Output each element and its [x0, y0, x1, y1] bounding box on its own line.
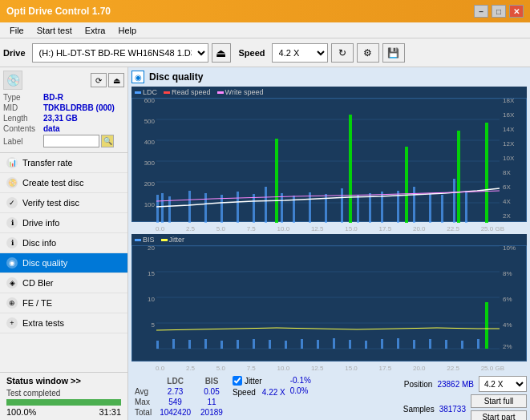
jitter-avg: -0.1% — [290, 376, 311, 385]
svg-rect-69 — [253, 339, 255, 349]
disc-length-row: Length 23,31 GB — [3, 114, 124, 123]
avg-label: Avg — [131, 386, 155, 397]
legend-bis: BIS — [135, 236, 155, 244]
jitter-checkbox[interactable] — [233, 376, 242, 386]
svg-text:600: 600 — [144, 99, 156, 104]
samples-label: Samples — [403, 405, 435, 414]
svg-rect-75 — [349, 340, 351, 349]
avg-bis: 0.05 — [196, 386, 228, 397]
nav-items: 📊 Transfer rate 📀 Create test disc ✓ Ver… — [0, 153, 127, 372]
disc-info-icon: ℹ — [6, 237, 18, 248]
status-text: Test completed — [6, 389, 60, 398]
sidebar-item-create-test-disc[interactable]: 📀 Create test disc — [0, 173, 127, 193]
fe-te-icon: ⊕ — [6, 297, 18, 309]
disc-label-btn[interactable]: 🔍 — [101, 135, 114, 147]
svg-rect-78 — [397, 338, 399, 349]
maximize-button[interactable]: □ — [492, 5, 506, 18]
start-part-button[interactable]: Start part — [471, 410, 527, 420]
svg-rect-73 — [317, 340, 319, 349]
ldc-label: LDC — [143, 88, 157, 96]
disc-type-value: BD-R — [43, 93, 63, 102]
sidebar-item-label: Disc info — [22, 238, 56, 248]
status-window-label[interactable]: Status window >> — [6, 376, 121, 386]
menu-file[interactable]: File — [3, 24, 30, 37]
svg-text:8%: 8% — [503, 270, 512, 277]
max-label: Max — [131, 397, 155, 407]
svg-text:500: 500 — [144, 118, 156, 125]
menu-start-test[interactable]: Start test — [30, 24, 79, 37]
speed-select[interactable]: 4.2 X — [272, 43, 328, 63]
toolbar: Drive (H:) HL-DT-ST BD-RE WH16NS48 1.D3 … — [0, 38, 530, 67]
svg-rect-28 — [253, 194, 255, 223]
svg-rect-84 — [485, 302, 488, 349]
drive-select[interactable]: (H:) HL-DT-ST BD-RE WH16NS48 1.D3 — [32, 43, 208, 63]
sidebar-item-transfer-rate[interactable]: 📊 Transfer rate — [0, 153, 127, 173]
svg-rect-47 — [457, 131, 460, 223]
disc-length-value: 23,31 GB — [43, 114, 78, 123]
refresh-button[interactable]: ↻ — [331, 43, 354, 63]
svg-rect-27 — [237, 192, 239, 223]
svg-text:2X: 2X — [503, 212, 511, 220]
svg-text:14X: 14X — [503, 126, 515, 133]
sidebar-item-disc-info[interactable]: ℹ Disc info — [0, 233, 127, 253]
menu-help[interactable]: Help — [111, 24, 143, 37]
menu-extra[interactable]: Extra — [79, 24, 112, 37]
write-speed-color — [217, 91, 224, 94]
right-stats: Position 23862 MB 4.2 X Samples 381733 S… — [403, 376, 527, 420]
close-button[interactable]: ✕ — [509, 5, 524, 18]
sidebar-item-cd-bler[interactable]: ◈ CD Bler — [0, 273, 127, 293]
settings-button[interactable]: ⚙ — [357, 43, 379, 63]
jitter-max: 0.0% — [290, 386, 309, 395]
sidebar-item-disc-quality[interactable]: ◉ Disc quality — [0, 253, 127, 273]
sidebar-item-drive-info[interactable]: ℹ Drive info — [0, 213, 127, 233]
speed-row: Speed 4.22 X — [233, 388, 285, 397]
stats-table: LDC BIS Avg 2.73 0.05 Max 549 11 Total — [131, 376, 228, 418]
jitter-legend-label: Jitter — [169, 236, 185, 244]
svg-rect-80 — [429, 339, 431, 349]
sidebar-item-fe-te[interactable]: ⊕ FE / TE — [0, 293, 127, 313]
disc-label-label: Label — [3, 137, 43, 146]
sidebar-item-label: Verify test disc — [22, 198, 79, 208]
content-area: ◉ Disc quality LDC Read speed Write spee… — [128, 67, 530, 420]
svg-rect-76 — [365, 341, 367, 349]
svg-text:4%: 4% — [503, 321, 512, 329]
speed-select-stats[interactable]: 4.2 X — [479, 376, 527, 392]
legend-jitter: Jitter — [161, 236, 185, 244]
verify-test-disc-icon: ✓ — [6, 197, 18, 208]
svg-rect-32 — [309, 192, 311, 223]
disc-label-input[interactable] — [43, 135, 99, 147]
disc-action-btn2[interactable]: ⏏ — [108, 73, 124, 87]
bis-label: BIS — [143, 236, 155, 244]
eject-button[interactable]: ⏏ — [212, 43, 231, 63]
app-title: Opti Drive Control 1.70 — [6, 6, 474, 17]
start-full-button[interactable]: Start full — [471, 394, 527, 408]
sidebar-item-label: FE / TE — [22, 298, 52, 308]
disc-mid-value: TDKBLDRBB (000) — [43, 103, 115, 112]
disc-contents-row: Contents data — [3, 124, 124, 133]
svg-rect-65 — [188, 340, 191, 349]
legend-ldc: LDC — [135, 88, 157, 96]
bottom-chart: 20 15 10 5 10% 8% 6% 4% 2% — [131, 245, 527, 361]
window-controls: – □ ✕ — [474, 5, 524, 18]
status-window[interactable]: Status window >> Test completed 100.0% 3… — [0, 372, 127, 420]
disc-quality-header-icon: ◉ — [131, 71, 144, 83]
svg-rect-29 — [265, 187, 267, 223]
top-chart-svg: 600 500 400 300 200 100 18X 16X 14X 12X … — [132, 99, 526, 223]
cd-bler-icon: ◈ — [6, 277, 18, 289]
svg-rect-68 — [237, 340, 239, 349]
svg-rect-22 — [161, 193, 164, 223]
svg-rect-74 — [333, 338, 335, 349]
disc-contents-label: Contents — [3, 124, 43, 133]
svg-rect-64 — [172, 339, 175, 349]
disc-mid-row: MID TDKBLDRBB (000) — [3, 103, 124, 112]
minimize-button[interactable]: – — [474, 5, 488, 18]
svg-text:10%: 10% — [503, 246, 516, 252]
save-button[interactable]: 💾 — [382, 43, 405, 63]
svg-text:200: 200 — [144, 180, 156, 188]
sidebar-item-verify-test-disc[interactable]: ✓ Verify test disc — [0, 193, 127, 213]
sidebar-item-label: CD Bler — [22, 278, 54, 288]
extra-tests-icon: + — [6, 317, 18, 329]
sidebar-item-extra-tests[interactable]: + Extra tests — [0, 313, 127, 333]
progress-pct: 100.0% — [6, 407, 36, 417]
disc-action-btn1[interactable]: ⟳ — [91, 73, 107, 87]
